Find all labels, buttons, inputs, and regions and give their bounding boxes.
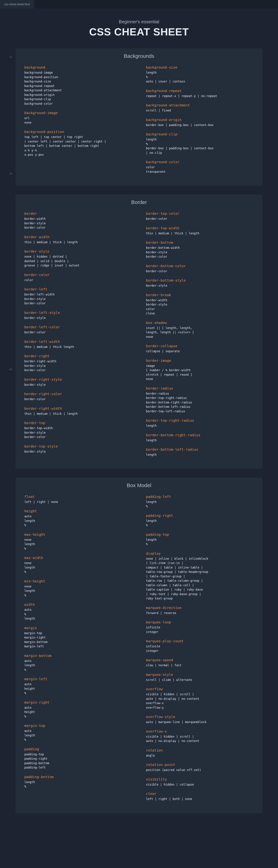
line-number: [0, 843, 16, 847]
property-name: rotation: [146, 748, 254, 752]
line-number: [0, 635, 16, 639]
line-number: [0, 526, 16, 530]
line-number: [0, 251, 16, 255]
property-block: widthauto%length: [24, 602, 132, 621]
line-number: [0, 747, 16, 751]
property-value: border-box | padding-box | content-box: [146, 123, 254, 127]
property-block: overflow-xvisible | hidden | scroll |aut…: [146, 729, 254, 743]
property-value: length: [146, 424, 254, 428]
property-value: length: [146, 137, 254, 142]
line-number: [0, 493, 16, 497]
line-number: [0, 851, 16, 856]
property-block: background-originborder-box | padding-bo…: [146, 118, 254, 127]
line-number: [0, 260, 16, 264]
line-number: [0, 418, 16, 422]
line-number: [0, 722, 16, 726]
header-title: CSS CHEAT SHEET: [16, 26, 262, 38]
property-block: border-bottom-colorborder-color: [146, 264, 254, 274]
property-value: length: [146, 438, 254, 443]
line-number: [0, 593, 16, 597]
property-block: border-collapsecollapse | separate: [146, 344, 254, 353]
property-block: floatleft | right | none: [24, 495, 132, 504]
property-name: marquee-style: [146, 673, 254, 677]
property-value: overflow-y: [146, 706, 254, 710]
line-number: [0, 281, 16, 285]
line-number: [0, 818, 16, 822]
line-number: [0, 222, 16, 226]
property-name: border: [24, 212, 132, 216]
property-block: background-sizelength%auto | cover | con…: [146, 65, 254, 84]
line-number: [0, 168, 16, 172]
line-number: [0, 710, 16, 714]
property-block: padding-leftlength%: [146, 495, 254, 509]
line-number: [0, 751, 16, 755]
line-number: [0, 739, 16, 743]
property-value: | list-item |run-in |: [146, 561, 254, 565]
line-number: [0, 35, 16, 39]
property-value: collapse | separate: [146, 349, 254, 353]
line-number: [0, 439, 16, 443]
line-number: [0, 743, 16, 747]
property-value: border-style: [24, 297, 132, 301]
property-name: background-clip: [146, 132, 254, 136]
property-block: marquee-speedslow | normal | fast: [146, 658, 254, 668]
property-value: table-row | table-column-group |: [146, 579, 254, 583]
property-name: margin-top: [24, 723, 132, 728]
line-number: [0, 426, 16, 431]
line-number: [0, 514, 16, 518]
property-value: border-top-left-radius: [146, 409, 254, 414]
line-number: [0, 543, 16, 547]
line-number: [0, 489, 16, 493]
property-name: background-color: [146, 160, 254, 164]
line-number: 39: [0, 172, 16, 176]
property-value: margin-right: [24, 636, 132, 640]
property-value: table-caption | ruby | ruby-base: [146, 587, 254, 592]
line-number: [0, 564, 16, 568]
property-value: length: [146, 500, 254, 504]
section: Box Modelfloatleft | right | noneheighta…: [16, 477, 262, 813]
property-name: border-bottom-right-radius: [146, 433, 254, 437]
property-value: length: [146, 538, 254, 542]
property-value: %: [24, 668, 132, 672]
property-name: border-right-style: [24, 377, 132, 381]
property-value: border-style: [146, 283, 254, 288]
property-value: table-column | table-cell |: [146, 583, 254, 588]
property-value: padding-right: [24, 756, 132, 761]
line-number: [0, 81, 16, 85]
line-number: [0, 551, 16, 556]
property-name: max-width: [24, 556, 132, 560]
property-block: border-radiusborder-radiusborder-top-rig…: [146, 386, 254, 414]
line-number: [0, 839, 16, 843]
property-value: auto: [24, 706, 132, 710]
property-value: slow | normal | fast: [146, 663, 254, 668]
property-block: border-top-right-radiuslength: [146, 418, 254, 428]
property-name: marquee-speed: [146, 658, 254, 662]
line-number: [0, 539, 16, 543]
line-number: [0, 285, 16, 289]
property-block: border-bottom-right-radiuslength: [146, 433, 254, 443]
line-number: [0, 681, 16, 685]
property-value: border-color: [146, 254, 254, 259]
line-number: [0, 501, 16, 505]
property-block: paddingpadding-toppadding-rightpadding-b…: [24, 747, 132, 770]
line-number: [0, 530, 16, 535]
property-block: background-colorcolortransparent: [146, 160, 254, 174]
line-number: [0, 243, 16, 247]
line-number: [0, 576, 16, 581]
line-number: [0, 706, 16, 710]
property-value: border-color: [24, 397, 132, 402]
line-number: [0, 797, 16, 801]
property-name: border-left-color: [24, 325, 132, 329]
property-value: %: [24, 612, 132, 617]
property-value: height: [24, 687, 132, 691]
line-number: [0, 156, 16, 160]
line-number: [0, 760, 16, 764]
property-value: background-attachment: [24, 88, 132, 93]
property-block: margin-leftautoheight%: [24, 677, 132, 695]
property-value: infinite: [146, 644, 254, 649]
property-value: url: [24, 116, 132, 121]
property-value: border-color: [24, 435, 132, 439]
line-number: [0, 472, 16, 476]
file-tab[interactable]: css-cheat-sheet.html: [0, 0, 34, 9]
property-block: overflowvisible | hidden | scroll |auto …: [146, 687, 254, 710]
